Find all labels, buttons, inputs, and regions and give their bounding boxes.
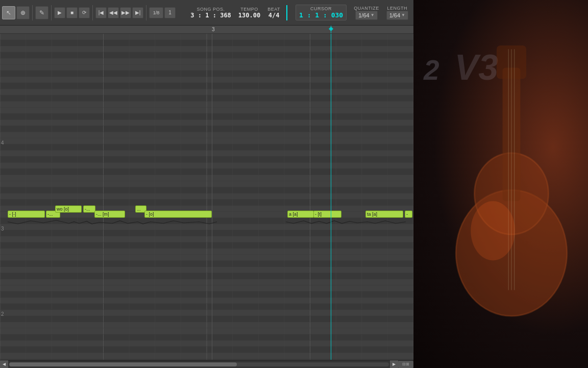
separator-1 (32, 5, 33, 20)
song-pos-group: SONG POS. 3 : 1 : 368 (190, 7, 231, 19)
piano-roll-area: ↖ ⊕ ✎ ▶ ■ ⟳ |◀ ◀◀ ▶▶ ▶| 1/8 1 SONG POS. … (0, 0, 413, 368)
piano-roll-content[interactable]: 4 3 2 - [-] -... wo [o] -... -... [m] ..… (0, 34, 413, 360)
toolbar: ↖ ⊕ ✎ ▶ ■ ⟳ |◀ ◀◀ ▶▶ ▶| 1/8 1 SONG POS. … (0, 0, 413, 26)
quantize-label: QUANTIZE (354, 6, 379, 11)
beat-value: 4/4 (268, 12, 280, 19)
quantize-group: QUANTIZE 1/64 ▼ (354, 6, 379, 20)
loop-btn[interactable]: ⟳ (79, 7, 90, 18)
play-btn[interactable]: ▶ (54, 7, 65, 18)
cursor-group: CURSOR 1 : 1 : 030 (296, 5, 347, 20)
length-arrow: ▼ (401, 13, 405, 17)
quantize-right-btn[interactable]: 1 (164, 7, 176, 18)
quantize-left-btn[interactable]: 1/8 (149, 7, 163, 18)
note-n3[interactable]: wo [o] (55, 205, 82, 213)
forward-to-end-btn[interactable]: ▶| (132, 7, 143, 18)
draw-tool-btn[interactable]: ✎ (35, 6, 48, 19)
select-tool-btn[interactable]: ↖ (2, 6, 15, 19)
length-group: LENGTH 1/64 ▼ (386, 6, 408, 20)
scrollbar-area: ◀ ▶ ⊟⊞ (0, 360, 413, 368)
pitch-curve-1 (5, 217, 219, 227)
cursor-line-grid (331, 34, 331, 360)
separator-2 (51, 5, 52, 20)
length-value: 1/64 (389, 12, 400, 18)
timeline-ruler[interactable]: 3 (0, 26, 413, 34)
measure-4-label: 4 (1, 140, 4, 146)
pitch-curve-2 (283, 217, 411, 227)
grid-canvas (0, 34, 413, 360)
cursor-value: 1 : 1 : 030 (299, 11, 343, 19)
note-n4[interactable]: -... (83, 205, 95, 213)
scroll-zoom[interactable]: ⊟⊞ (398, 361, 413, 368)
song-pos-label: SONG POS. (197, 7, 225, 12)
rewind-to-start-btn[interactable]: |◀ (95, 7, 107, 18)
separator-3 (92, 5, 93, 20)
tempo-group: TEMPO 130.00 (238, 7, 260, 19)
rewind-btn[interactable]: ◀◀ (108, 7, 119, 18)
cursor-line-ruler (331, 26, 331, 33)
svg-point-7 (471, 201, 515, 261)
measure-3-label: 3 (1, 226, 4, 232)
magnet-tool-btn[interactable]: ⊕ (16, 6, 30, 19)
tempo-label: TEMPO (240, 7, 258, 12)
beat-label: BEAT (267, 7, 280, 12)
measure-2-label: 2 (1, 311, 4, 317)
forward-btn[interactable]: ▶▶ (120, 7, 131, 18)
bar-line-3 (212, 34, 212, 360)
app-container: ↖ ⊕ ✎ ▶ ■ ⟳ |◀ ◀◀ ▶▶ ▶| 1/8 1 SONG POS. … (0, 0, 588, 368)
quantize-arrow: ▼ (371, 13, 375, 17)
cursor-separator (286, 5, 289, 20)
quantize-dropdown[interactable]: 1/64 ▼ (355, 11, 377, 20)
right-panel: 2 V3 (413, 0, 588, 368)
scroll-right-btn[interactable]: ▶ (390, 360, 398, 369)
scroll-thumb[interactable] (9, 362, 237, 366)
length-dropdown[interactable]: 1/64 ▼ (386, 11, 408, 20)
bar-3-marker: 3 (212, 27, 215, 32)
scroll-left-btn[interactable]: ◀ (0, 360, 8, 369)
guitar-image (425, 31, 588, 327)
quantize-value: 1/64 (358, 12, 369, 18)
cursor-diamond (329, 27, 333, 31)
length-label: LENGTH (387, 6, 408, 11)
separator-4 (146, 5, 146, 20)
beat-group: BEAT 4/4 (267, 7, 280, 19)
tempo-value: 130.00 (238, 12, 260, 19)
song-pos-value: 3 : 1 : 368 (190, 12, 231, 19)
stop-btn[interactable]: ■ (66, 7, 78, 18)
cursor-label: CURSOR (310, 6, 332, 11)
scroll-track[interactable] (9, 362, 389, 366)
